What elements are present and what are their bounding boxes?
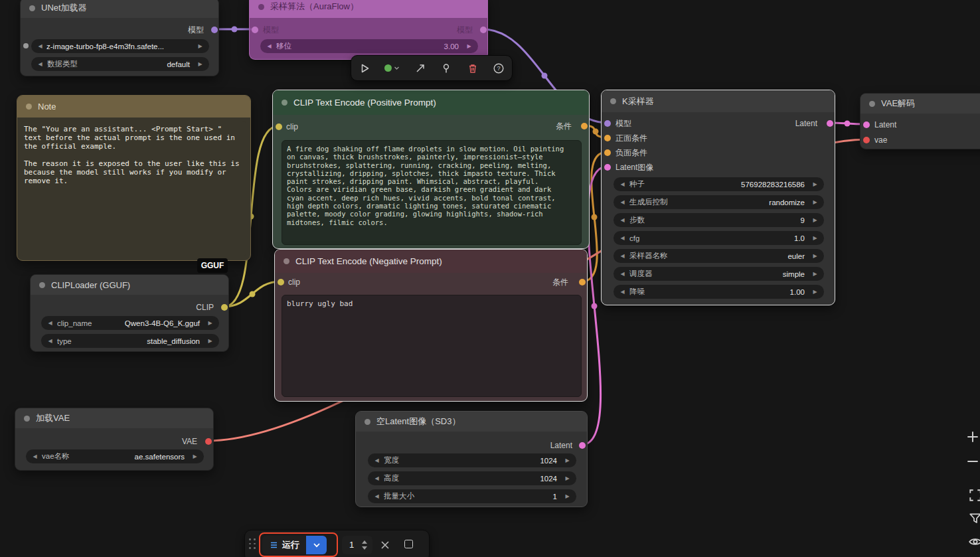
input-slot-latent[interactable] — [604, 164, 611, 171]
node-header[interactable]: CLIPLoader (GGUF) — [31, 275, 228, 295]
next-value-icon[interactable] — [190, 449, 200, 463]
increment-icon[interactable] — [810, 285, 820, 299]
output-slot-conditioning[interactable] — [579, 279, 586, 285]
node-clip-negative[interactable]: CLIP Text Encode (Negative Prompt) clip … — [274, 249, 588, 402]
fit-view-icon[interactable] — [968, 488, 980, 503]
node-header[interactable]: CLIP Text Encode (Negative Prompt) — [275, 250, 587, 273]
decrement-icon[interactable] — [372, 471, 382, 485]
widget-seed[interactable]: 种子 576928283216586 — [613, 177, 824, 191]
collapse-dot-icon[interactable] — [284, 258, 289, 264]
input-slot-clip[interactable] — [276, 123, 282, 130]
prompt-textarea[interactable]: A fire dog shaking off flame droplets in… — [282, 140, 582, 245]
collapse-dot-icon[interactable] — [365, 419, 370, 425]
input-slot-positive[interactable] — [604, 135, 611, 141]
widget-cfg[interactable]: cfg 1.0 — [613, 231, 824, 245]
input-slot-latent[interactable] — [863, 121, 870, 128]
decrement-icon[interactable] — [617, 285, 627, 299]
widget-steps[interactable]: 步数 9 — [613, 213, 824, 227]
input-slot-clip[interactable] — [278, 279, 284, 285]
widget-clip-type[interactable]: type stable_diffusion — [41, 334, 219, 348]
widget-batch-size[interactable]: 批量大小 1 — [368, 489, 576, 503]
help-icon[interactable]: ? — [493, 62, 505, 74]
stop-icon[interactable] — [404, 540, 413, 548]
node-unet-loader[interactable]: UNet加载器 模型 z-image-turbo-fp8-e4m3fn.safe… — [20, 0, 219, 76]
collapse-dot-icon[interactable] — [258, 4, 264, 10]
decrement-icon[interactable] — [372, 453, 382, 467]
prev-value-icon[interactable] — [617, 195, 627, 209]
input-slot-model[interactable] — [252, 27, 258, 33]
prev-value-icon[interactable] — [35, 57, 45, 71]
next-value-icon[interactable] — [195, 57, 205, 71]
widget-control-after-generate[interactable]: 生成后控制 randomize — [613, 195, 824, 209]
widget-sampler-name[interactable]: 采样器名称 euler — [613, 249, 824, 263]
prev-value-icon[interactable] — [30, 449, 40, 463]
node-clip-positive[interactable]: CLIP Text Encode (Positive Prompt) clip … — [272, 90, 590, 249]
output-slot-model[interactable] — [211, 27, 218, 33]
output-slot-conditioning[interactable] — [581, 123, 588, 129]
widget-width[interactable]: 宽度 1024 — [368, 453, 576, 467]
note-text[interactable]: The "You are an assistant... <Prompt Sta… — [21, 121, 246, 256]
prev-value-icon[interactable] — [617, 249, 627, 263]
prev-value-icon[interactable] — [45, 316, 55, 330]
decrement-icon[interactable] — [372, 489, 382, 503]
stepper-down-icon[interactable] — [362, 546, 367, 550]
filter-icon[interactable] — [968, 511, 980, 526]
increment-icon[interactable] — [810, 213, 820, 227]
node-note[interactable]: Note The "You are an assistant... <Promp… — [17, 95, 251, 261]
collapse-dot-icon[interactable] — [610, 98, 616, 104]
collapse-dot-icon[interactable] — [869, 101, 875, 107]
output-slot-model[interactable] — [480, 27, 487, 33]
increment-icon[interactable] — [464, 39, 474, 53]
next-value-icon[interactable] — [205, 316, 215, 330]
increment-icon[interactable] — [810, 231, 820, 245]
increment-icon[interactable] — [562, 489, 572, 503]
status-dropdown[interactable] — [384, 64, 400, 72]
decrement-icon[interactable] — [617, 213, 627, 227]
zoom-in-icon[interactable] — [965, 430, 980, 444]
comfyui-canvas[interactable]: { "canvas": {"background": "#161616"}, "… — [0, 0, 980, 557]
next-value-icon[interactable] — [810, 195, 820, 209]
decrement-icon[interactable] — [617, 231, 627, 245]
node-header[interactable]: 空Latent图像（SD3） — [356, 412, 587, 432]
run-button[interactable]: 运行 — [262, 536, 306, 554]
node-header[interactable]: 加载VAE — [15, 408, 213, 428]
clear-queue-icon[interactable] — [380, 540, 390, 550]
widget-vae-name[interactable]: vae名称 ae.safetensors — [26, 449, 204, 463]
node-load-vae[interactable]: 加载VAE VAE vae名称 ae.safetensors — [15, 408, 214, 471]
run-options-button[interactable] — [306, 536, 327, 554]
node-vae-decode[interactable]: VAE解码 Latent vae — [860, 93, 980, 149]
node-clip-loader[interactable]: CLIPLoader (GGUF) CLIP clip_name Qwen3-4… — [30, 274, 229, 352]
input-slot-negative[interactable] — [604, 149, 611, 156]
decrement-icon[interactable] — [617, 177, 627, 191]
expand-icon[interactable] — [414, 62, 426, 74]
node-header[interactable]: CLIP Text Encode (Positive Prompt) — [273, 90, 589, 115]
next-value-icon[interactable] — [195, 39, 205, 53]
next-value-icon[interactable] — [810, 267, 820, 281]
drag-handle-icon[interactable] — [249, 538, 256, 549]
output-slot-latent[interactable] — [827, 120, 833, 127]
widget-clip-name[interactable]: clip_name Qwen3-4B-Q6_K.gguf — [41, 316, 219, 330]
collapse-dot-icon[interactable] — [39, 282, 45, 288]
input-slot-model[interactable] — [604, 120, 611, 127]
node-auraflow-bypassed[interactable]: 采样算法（AuraFlow） 模型 模型 移位 3.00 — [249, 0, 488, 60]
widget-weight-dtype[interactable]: 数据类型 default — [31, 57, 209, 71]
prev-value-icon[interactable] — [45, 334, 55, 348]
increment-icon[interactable] — [810, 177, 820, 191]
prev-value-icon[interactable] — [617, 267, 627, 281]
widget-denoise[interactable]: 降噪 1.00 — [613, 285, 824, 299]
node-header[interactable]: Note — [17, 96, 250, 118]
input-slot-extra[interactable] — [23, 43, 29, 48]
widget-scheduler[interactable]: 调度器 simple — [613, 267, 824, 281]
next-value-icon[interactable] — [810, 249, 820, 263]
increment-icon[interactable] — [562, 471, 572, 485]
node-empty-latent[interactable]: 空Latent图像（SD3） Latent 宽度 1024 高度 1024 批量… — [355, 411, 588, 507]
widget-unet-name[interactable]: z-image-turbo-fp8-e4m3fn.safete... — [31, 39, 209, 53]
node-header[interactable]: UNet加载器 — [21, 0, 218, 18]
stepper-up-icon[interactable] — [362, 540, 367, 544]
node-header[interactable]: VAE解码 — [860, 94, 980, 114]
output-slot-clip[interactable] — [221, 304, 228, 311]
output-slot-latent[interactable] — [579, 442, 586, 449]
node-header[interactable]: 采样算法（AuraFlow） — [250, 0, 487, 18]
collapse-dot-icon[interactable] — [24, 416, 30, 422]
next-value-icon[interactable] — [205, 334, 215, 348]
